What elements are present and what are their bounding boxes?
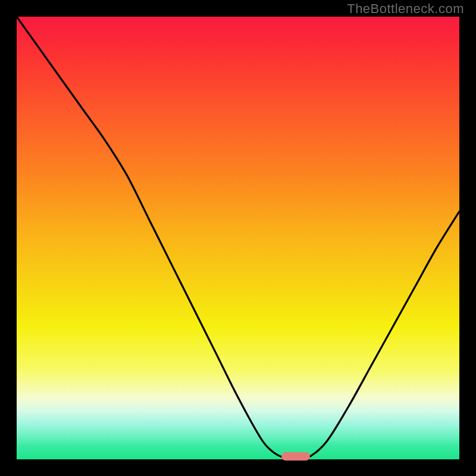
watermark-text: TheBottleneck.com — [347, 1, 464, 17]
optimal-marker — [281, 452, 310, 461]
plot-area — [17, 17, 459, 459]
bottleneck-curve — [17, 17, 459, 459]
chart-frame: TheBottleneck.com — [0, 0, 476, 476]
